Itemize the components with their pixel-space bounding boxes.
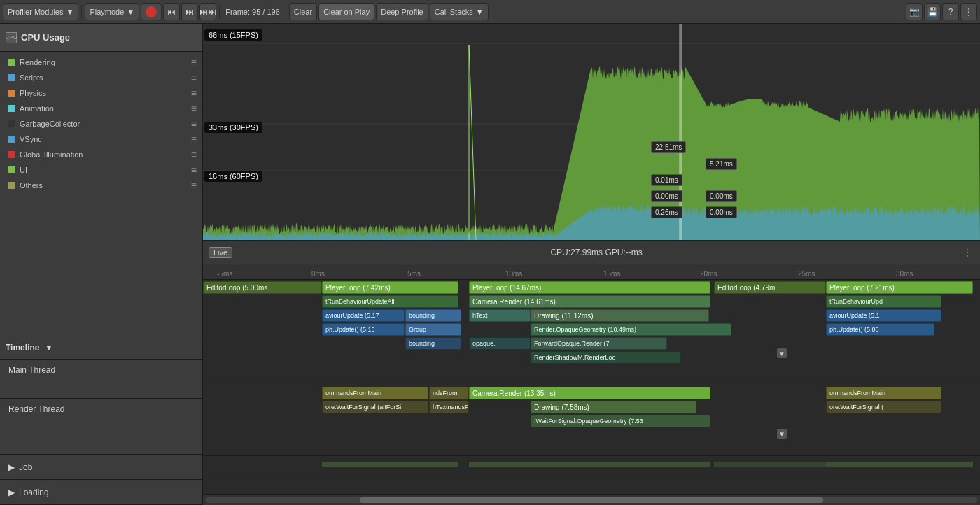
- player-loop-1[interactable]: PlayerLoop (7.42ms): [322, 281, 458, 294]
- sidebar-item-ui[interactable]: UI≡: [0, 162, 202, 178]
- run-behaviour-1[interactable]: tRunBehaviourUpdateAll: [322, 295, 458, 308]
- timeline-header[interactable]: Timeline ▼: [0, 336, 202, 360]
- loading-row: [203, 481, 980, 494]
- sidebar-item-list: Rendering≡Scripts≡Physics≡Animation≡Garb…: [0, 52, 202, 336]
- save-button[interactable]: 💾: [924, 3, 941, 20]
- clear-label: Clear: [294, 8, 312, 16]
- color-dot-vsync: [8, 136, 15, 143]
- sidebar-item-menu-ui[interactable]: ≡: [191, 165, 197, 175]
- frame-counter: Frame: 95 / 196: [223, 8, 283, 16]
- main-thread-content[interactable]: EditorLoop (5.00ms PlayerLoop (7.42ms) P…: [203, 280, 980, 385]
- sidebar-item-vsync[interactable]: VSync≡: [0, 131, 202, 147]
- sidebar-item-menu-global illumination[interactable]: ≡: [191, 150, 197, 159]
- screenshot-button[interactable]: 📷: [906, 3, 923, 20]
- clear-button[interactable]: Clear: [289, 3, 317, 20]
- scrollbar-track[interactable]: [206, 497, 977, 503]
- sidebar-item-others[interactable]: Others≡: [0, 178, 202, 193]
- sidebar-item-menu-vsync[interactable]: ≡: [191, 134, 197, 144]
- player-loop-3[interactable]: PlayerLoop (7.21ms): [826, 281, 973, 294]
- call-stacks-button[interactable]: Call Stacks ▼: [430, 3, 489, 20]
- sidebar-item-global-illumination[interactable]: Global Illumination≡: [0, 147, 202, 162]
- wait-opaque-geometry[interactable]: .WaitForSignal.OpaqueGeometry (7.53: [531, 415, 710, 427]
- run-behaviour-2[interactable]: tRunBehaviourUpd: [826, 295, 941, 308]
- forward-opaque[interactable]: ForwardOpaque.Render (7: [531, 337, 667, 350]
- sidebar-item-menu-others[interactable]: ≡: [191, 180, 197, 190]
- camera-render-thread[interactable]: Camera.Render (13.35ms): [469, 387, 710, 399]
- render-shadow[interactable]: RenderShadowM.RenderLoo: [531, 351, 681, 364]
- fast-forward-button[interactable]: ⏭⏭: [200, 3, 216, 20]
- cpu-chart[interactable]: 66ms (15FPS) 33ms (30FPS) 16ms (60FPS) 2…: [203, 24, 980, 241]
- ruler-tick-25: 25ms: [798, 270, 815, 278]
- deep-profile-button[interactable]: Deep Profile: [376, 3, 428, 20]
- sidebar-item-garbagecollector[interactable]: GarbageCollector≡: [0, 116, 202, 131]
- toolbar-separator-3: [286, 5, 286, 19]
- sidebar-item-label-others: Others: [20, 181, 187, 190]
- sidebar-item-scripts[interactable]: Scripts≡: [0, 70, 202, 85]
- bounding-1[interactable]: bounding: [405, 309, 461, 322]
- loading-expand-icon: ▶: [8, 488, 15, 497]
- scrollbar-area[interactable]: [203, 494, 980, 505]
- timeline-menu-button[interactable]: ⋮: [960, 246, 974, 259]
- camera-render-1[interactable]: Camera.Render (14.61ms): [469, 295, 710, 308]
- sidebar-item-label-physics: Physics: [20, 89, 187, 97]
- drawing-render[interactable]: Drawing (7.58ms): [531, 401, 696, 413]
- commands-from-main-2[interactable]: ommandsFromMain: [826, 387, 941, 399]
- step-forward-button[interactable]: ⏭: [181, 3, 198, 20]
- job-collapsed-label[interactable]: ▶ Job: [0, 455, 202, 480]
- group-1[interactable]: Group: [405, 323, 461, 336]
- help-button[interactable]: ?: [942, 3, 959, 20]
- cpu-usage-title: CPU Usage: [21, 32, 70, 43]
- step-back-button[interactable]: ⏮: [163, 3, 180, 20]
- drawing-1[interactable]: Drawing (11.12ms): [531, 309, 709, 322]
- record-button[interactable]: [141, 3, 162, 20]
- ph-update-2[interactable]: ph.Update() (5.08: [826, 323, 934, 336]
- ruler-tick-0: 0ms: [312, 270, 325, 278]
- profiler-modules-label: Profiler Modules: [8, 8, 63, 16]
- htext-1[interactable]: hText: [469, 309, 531, 322]
- sidebar-item-menu-rendering[interactable]: ≡: [191, 57, 197, 67]
- hamburger-icon: ≡: [191, 57, 197, 67]
- sidebar-item-animation[interactable]: Animation≡: [0, 101, 202, 116]
- job-content[interactable]: [203, 456, 980, 481]
- opaque-geometry-1[interactable]: Render.OpaqueGeometry (10.49ms): [531, 323, 732, 336]
- opaque-2[interactable]: opaque.: [469, 337, 531, 350]
- behaviour-update-1[interactable]: aviourUpdate (5.17: [322, 309, 405, 322]
- scrollbar-thumb[interactable]: [360, 497, 822, 503]
- profiler-modules-dropdown[interactable]: Profiler Modules ▼: [3, 3, 78, 20]
- fps-label-60: 16ms (60FPS): [204, 171, 262, 182]
- cpu-usage-header[interactable]: CPU CPU Usage: [0, 24, 202, 52]
- loading-collapsed-label[interactable]: ▶ Loading: [0, 480, 202, 505]
- hamburger-icon: ≡: [191, 119, 197, 129]
- dropdown-arrow-main[interactable]: ▼: [777, 348, 787, 358]
- clear-on-play-button[interactable]: Clear on Play: [318, 3, 374, 20]
- sidebar-item-menu-garbagecollector[interactable]: ≡: [191, 119, 197, 129]
- dropdown-arrow-render[interactable]: ▼: [777, 429, 787, 439]
- more-options-button[interactable]: ⋮: [960, 3, 977, 20]
- sidebar-item-label-animation: Animation: [20, 104, 187, 113]
- render-thread-content[interactable]: ommandsFromMain ndsFrom Camera.Render (1…: [203, 385, 980, 455]
- bounding-2[interactable]: bounding: [405, 337, 461, 350]
- sidebar-item-menu-scripts[interactable]: ≡: [191, 73, 197, 83]
- timeline-info-bar: Live CPU:27.99ms GPU:--ms ⋮: [203, 241, 980, 264]
- nds-from-1[interactable]: ndsFrom: [429, 387, 469, 399]
- wait-for-signal-2[interactable]: ore.WaitForSignal (: [826, 401, 941, 413]
- editor-loop-left[interactable]: EditorLoop (5.00ms: [203, 281, 322, 294]
- htext-nands[interactable]: hTextnandsFromM: [429, 401, 469, 413]
- sidebar-item-physics[interactable]: Physics≡: [0, 85, 202, 101]
- ph-update-1[interactable]: ph.Update() (5.15: [322, 323, 405, 336]
- sidebar-item-rendering[interactable]: Rendering≡: [0, 55, 202, 70]
- loading-content[interactable]: [203, 481, 980, 494]
- sidebar-item-menu-physics[interactable]: ≡: [191, 88, 197, 98]
- threads-area[interactable]: EditorLoop (5.00ms PlayerLoop (7.42ms) P…: [203, 280, 980, 494]
- deep-profile-label: Deep Profile: [381, 8, 424, 16]
- commands-from-main-1[interactable]: ommandsFromMain: [322, 387, 428, 399]
- hamburger-icon: ≡: [191, 73, 197, 83]
- fps-label-30: 33ms (30FPS): [204, 122, 262, 133]
- ms-tooltip-6: 0.26ms: [651, 206, 682, 218]
- behaviour-update-2[interactable]: aviourUpdate (5.1: [826, 309, 941, 322]
- player-loop-2[interactable]: PlayerLoop (14.67ms): [469, 281, 710, 294]
- wait-for-signal-1[interactable]: ore.WaitForSignal (aitForSi: [322, 401, 428, 413]
- playmode-dropdown[interactable]: Playmode ▼: [85, 3, 139, 20]
- sidebar-item-menu-animation[interactable]: ≡: [191, 104, 197, 113]
- editor-loop-mid[interactable]: EditorLoop (4.79m: [714, 281, 826, 294]
